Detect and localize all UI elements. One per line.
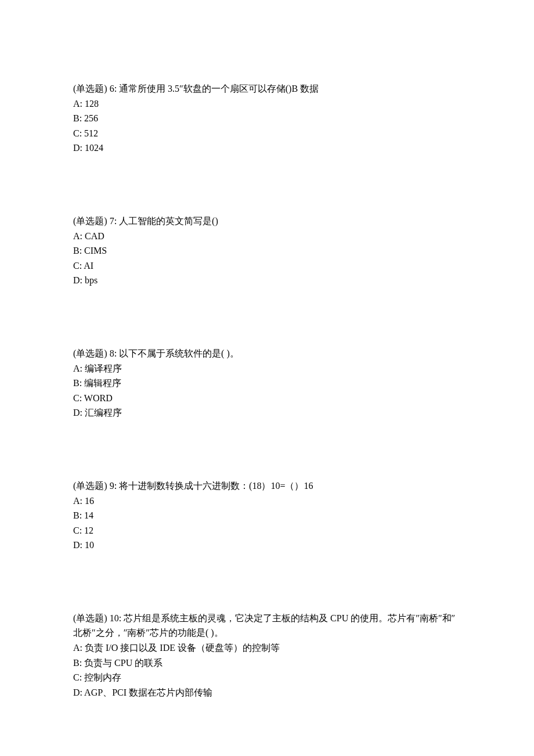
option-a: A: 编译程序 <box>73 361 461 376</box>
question-prompt: (单选题) 10: 芯片组是系统主板的灵魂，它决定了主板的结构及 CPU 的使用… <box>73 611 461 640</box>
option-b: B: 256 <box>73 111 461 126</box>
option-d: D: 汇编程序 <box>73 405 461 420</box>
option-a: A: 16 <box>73 494 461 509</box>
option-d: D: 10 <box>73 538 461 553</box>
question-prompt: (单选题) 9: 将十进制数转换成十六进制数：(18）10=（）16 <box>73 478 461 494</box>
option-c: C: WORD <box>73 391 461 406</box>
option-b: B: CIMS <box>73 243 461 258</box>
question-block: (单选题) 6: 通常所使用 3.5″软盘的一个扇区可以存储()B 数据 A: … <box>73 81 461 156</box>
question-prompt: (单选题) 8: 以下不属于系统软件的是( )。 <box>73 346 461 361</box>
option-c: C: 控制内存 <box>73 670 461 685</box>
option-a: A: CAD <box>73 229 461 244</box>
question-block: (单选题) 7: 人工智能的英文简写是() A: CAD B: CIMS C: … <box>73 214 461 288</box>
option-a: A: 负责 I/O 接口以及 IDE 设备（硬盘等）的控制等 <box>73 640 461 656</box>
option-c: C: AI <box>73 258 461 273</box>
question-prompt: (单选题) 6: 通常所使用 3.5″软盘的一个扇区可以存储()B 数据 <box>73 81 461 96</box>
question-prompt: (单选题) 7: 人工智能的英文简写是() <box>73 214 461 229</box>
option-c: C: 512 <box>73 126 461 141</box>
option-b: B: 14 <box>73 508 461 523</box>
option-d: D: 1024 <box>73 141 461 156</box>
question-block: (单选题) 10: 芯片组是系统主板的灵魂，它决定了主板的结构及 CPU 的使用… <box>73 611 461 700</box>
document-page: (单选题) 6: 通常所使用 3.5″软盘的一个扇区可以存储()B 数据 A: … <box>0 0 534 746</box>
option-b: B: 编辑程序 <box>73 376 461 391</box>
option-b: B: 负责与 CPU 的联系 <box>73 656 461 671</box>
option-a: A: 128 <box>73 96 461 111</box>
option-d: D: AGP、PCI 数据在芯片内部传输 <box>73 685 461 700</box>
question-block: (单选题) 9: 将十进制数转换成十六进制数：(18）10=（）16 A: 16… <box>73 478 461 553</box>
option-c: C: 12 <box>73 523 461 538</box>
question-block: (单选题) 8: 以下不属于系统软件的是( )。 A: 编译程序 B: 编辑程序… <box>73 346 461 420</box>
option-d: D: bps <box>73 273 461 288</box>
